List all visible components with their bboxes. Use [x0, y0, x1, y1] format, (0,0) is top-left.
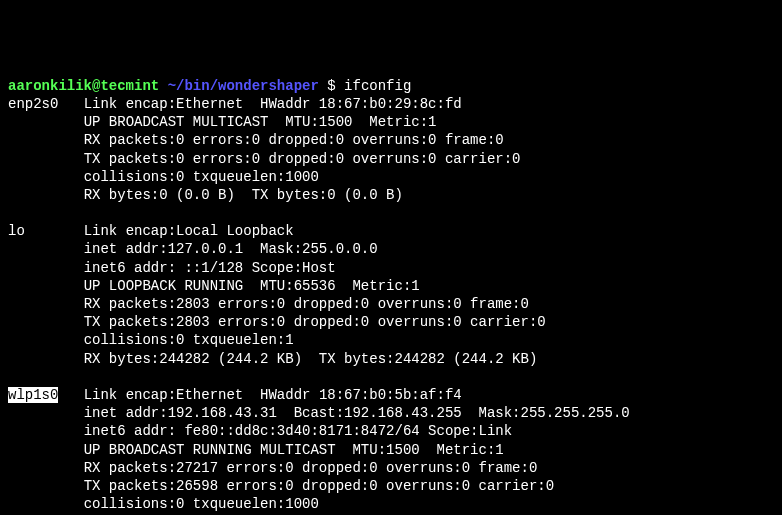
interface-detail: RX bytes:0 (0.0 B) TX bytes:0 (0.0 B) [84, 187, 403, 203]
prompt-symbol: $ [327, 78, 335, 94]
interface-detail: inet6 addr: ::1/128 Scope:Host [84, 260, 336, 276]
interface-detail: Link encap:Local Loopback [84, 223, 294, 239]
prompt-user: aaronkilik@tecmint [8, 78, 159, 94]
interface-detail: UP BROADCAST MULTICAST MTU:1500 Metric:1 [84, 114, 437, 130]
interface-name: enp2s0 [8, 96, 84, 112]
interface-detail: UP LOOPBACK RUNNING MTU:65536 Metric:1 [84, 278, 420, 294]
interface-detail: RX packets:2803 errors:0 dropped:0 overr… [84, 296, 529, 312]
interface-detail: RX packets:27217 errors:0 dropped:0 over… [84, 460, 538, 476]
interface-name-highlighted: wlp1s0 [8, 387, 58, 403]
interface-detail: inet addr:127.0.0.1 Mask:255.0.0.0 [84, 241, 378, 257]
interface-detail: inet6 addr: fe80::dd8c:3d40:8171:8472/64… [84, 423, 512, 439]
interface-name: lo [8, 223, 84, 239]
prompt-path: ~/bin/wondershaper [168, 78, 319, 94]
interface-detail: RX bytes:244282 (244.2 KB) TX bytes:2442… [84, 351, 538, 367]
command-input: ifconfig [344, 78, 411, 94]
interface-detail: Link encap:Ethernet HWaddr 18:67:b0:29:8… [84, 96, 462, 112]
interface-detail: TX packets:26598 errors:0 dropped:0 over… [84, 478, 554, 494]
interface-detail: TX packets:0 errors:0 dropped:0 overruns… [84, 151, 521, 167]
interface-detail: UP BROADCAST RUNNING MULTICAST MTU:1500 … [84, 442, 504, 458]
interface-detail: Link encap:Ethernet HWaddr 18:67:b0:5b:a… [84, 387, 462, 403]
interface-detail: collisions:0 txqueuelen:1 [84, 332, 294, 348]
interface-detail: collisions:0 txqueuelen:1000 [84, 169, 319, 185]
terminal-output[interactable]: aaronkilik@tecmint ~/bin/wondershaper $ … [8, 77, 774, 515]
interface-detail: RX packets:0 errors:0 dropped:0 overruns… [84, 132, 504, 148]
interface-detail: inet addr:192.168.43.31 Bcast:192.168.43… [84, 405, 630, 421]
interface-detail: TX packets:2803 errors:0 dropped:0 overr… [84, 314, 546, 330]
interface-detail: collisions:0 txqueuelen:1000 [84, 496, 319, 512]
